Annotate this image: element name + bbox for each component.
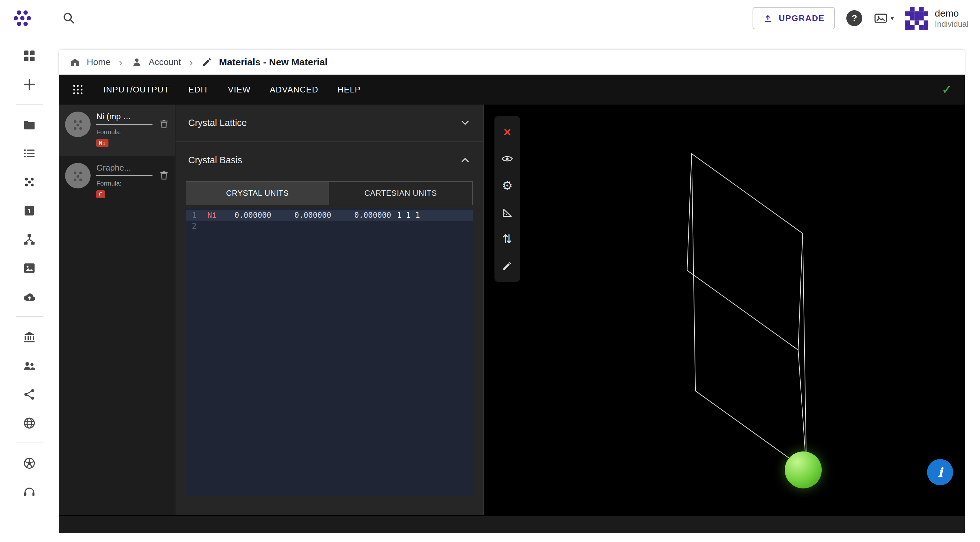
line-number: 2 (186, 220, 202, 231)
save-check-icon[interactable]: ✓ (942, 82, 952, 97)
module-grid-icon[interactable] (72, 83, 84, 96)
viewer-toolbar: × ⚙ ⇅ (495, 116, 520, 282)
menu-advanced[interactable]: ADVANCED (270, 85, 318, 95)
search-icon[interactable] (60, 9, 78, 27)
user-menu[interactable]: demo Individual (905, 7, 969, 30)
measure-angle-icon[interactable] (495, 199, 520, 226)
element-token: Ni (207, 210, 216, 220)
upgrade-button[interactable]: UPGRADE (752, 7, 835, 29)
rail-divider (16, 316, 43, 317)
edit-pencil-icon[interactable] (495, 252, 520, 279)
cloud-icon[interactable] (0, 282, 59, 311)
breadcrumb-separator: › (189, 57, 192, 68)
rail-divider (16, 104, 43, 105)
flags-token: 1 1 1 (397, 210, 420, 220)
user-plan: Individual (935, 19, 969, 29)
material-item-ni[interactable]: Ni (mp-... Formula: Ni (59, 105, 175, 156)
breadcrumb: Home › Account › Materials - New Materia… (59, 50, 965, 74)
dashboard-icon[interactable] (0, 41, 59, 70)
folder-icon[interactable] (0, 110, 59, 139)
coords-token: 0.000000 0.000000 0.000000 (234, 210, 391, 220)
atom-sphere[interactable] (785, 452, 822, 488)
menu-view[interactable]: VIEW (228, 85, 251, 95)
help-icon[interactable]: ? (846, 10, 862, 26)
designer-menubar: INPUT/OUTPUT EDIT VIEW ADVANCED HELP ✓ (59, 74, 965, 105)
delete-icon[interactable] (158, 169, 170, 181)
swap-vertical-icon[interactable]: ⇅ (495, 226, 520, 252)
screenshot-icon (874, 13, 888, 24)
close-icon[interactable]: × (495, 119, 520, 146)
basis-code-editor[interactable]: 1 Ni 0.000000 0.000000 0.000000 1 1 1 2 (186, 208, 473, 496)
chevron-up-icon (460, 155, 470, 165)
formula-badge: Ni (96, 139, 108, 147)
list-icon[interactable] (0, 139, 59, 168)
workflow-icon[interactable] (0, 225, 59, 254)
material-name[interactable]: Ni (mp-... (96, 112, 153, 125)
box-one-icon[interactable]: 1 (0, 197, 59, 225)
menu-help[interactable]: HELP (337, 85, 361, 95)
menu-input-output[interactable]: INPUT/OUTPUT (103, 85, 169, 95)
svg-text:1: 1 (27, 208, 31, 215)
team-icon[interactable] (0, 351, 59, 380)
chevron-down-icon: ▾ (890, 14, 894, 22)
footer-strip (59, 515, 965, 533)
breadcrumb-account[interactable]: Account (131, 56, 181, 68)
formula-label: Formula: (96, 128, 153, 136)
visibility-eye-icon[interactable] (495, 146, 520, 172)
media-icon[interactable] (0, 254, 59, 282)
app-logo-icon[interactable] (11, 7, 33, 29)
formula-badge: C (96, 190, 105, 198)
material-name[interactable]: Graphe... (96, 163, 153, 176)
info-button[interactable]: i (927, 459, 953, 485)
avatar (905, 7, 928, 30)
user-name: demo (935, 7, 969, 19)
rail-divider (16, 442, 43, 443)
support-headset-icon[interactable] (0, 478, 59, 506)
breadcrumb-current: Materials - New Material (201, 56, 328, 68)
home-icon (69, 56, 81, 68)
formula-label: Formula: (96, 180, 153, 187)
material-thumbnail (65, 163, 91, 189)
breadcrumb-separator: › (119, 57, 123, 68)
screenshot-menu[interactable]: ▾ (874, 13, 894, 24)
add-icon[interactable] (0, 70, 59, 99)
breadcrumb-home[interactable]: Home (69, 56, 111, 68)
delete-icon[interactable] (158, 118, 170, 130)
share-icon[interactable] (0, 380, 59, 409)
main-panels: Ni (mp-... Formula: Ni Graphe... Formula… (59, 105, 965, 515)
crystal-wireframe (484, 105, 965, 515)
materials-cluster-icon[interactable] (0, 168, 59, 197)
material-item-graphene[interactable]: Graphe... Formula: C (59, 156, 175, 207)
line-number: 1 (186, 210, 202, 220)
tab-crystal-units[interactable]: CRYSTAL UNITS (186, 181, 329, 205)
upgrade-label: UPGRADE (779, 13, 825, 23)
person-icon (131, 56, 143, 68)
sphere-icon[interactable] (0, 449, 59, 478)
pencil-icon (201, 56, 213, 68)
editor-line: 2 (186, 220, 473, 231)
settings-gear-icon[interactable]: ⚙ (495, 172, 520, 199)
material-thumbnail (65, 112, 91, 137)
top-bar: UPGRADE ? ▾ demo Individual (0, 0, 980, 36)
bank-icon[interactable] (0, 323, 59, 351)
menu-edit[interactable]: EDIT (189, 85, 209, 95)
materials-list: Ni (mp-... Formula: Ni Graphe... Formula… (59, 105, 175, 515)
page-title: Materials - New Material (219, 57, 328, 68)
content-area: Home › Account › Materials - New Materia… (59, 50, 965, 533)
left-rail: 1 (0, 36, 59, 542)
source-editor-panel: Crystal Lattice Crystal Basis CRYSTAL UN… (175, 105, 483, 515)
three-d-viewer[interactable]: × ⚙ ⇅ i (483, 105, 965, 515)
chevron-down-icon (460, 118, 470, 128)
crystal-lattice-section[interactable]: Crystal Lattice (175, 105, 483, 141)
units-tabs: CRYSTAL UNITS CARTESIAN UNITS (186, 181, 473, 205)
tab-cartesian-units[interactable]: CARTESIAN UNITS (329, 181, 473, 205)
upload-arrow-icon (763, 13, 773, 23)
editor-line: 1 Ni 0.000000 0.000000 0.000000 1 1 1 (186, 210, 473, 220)
globe-icon[interactable] (0, 409, 59, 437)
crystal-basis-section[interactable]: Crystal Basis (175, 141, 483, 179)
